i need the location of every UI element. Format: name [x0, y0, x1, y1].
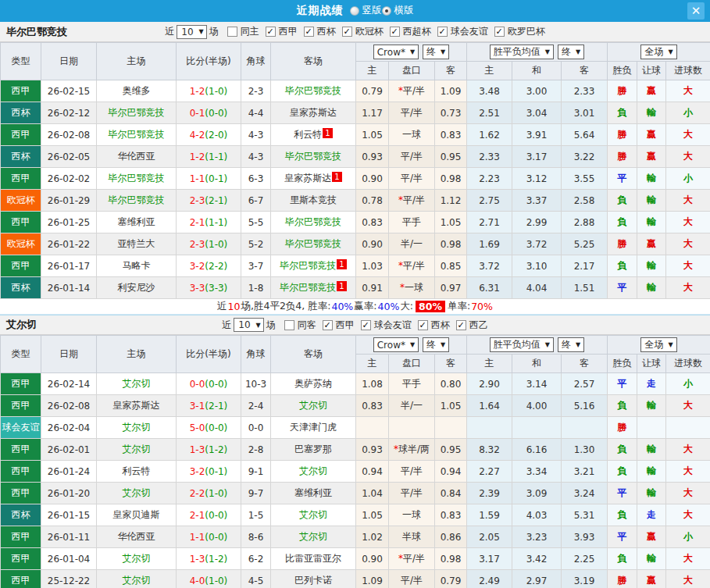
mean-odds-dropdown[interactable]: 胜平负均值▼	[490, 45, 554, 59]
header-odds-sub-1: 盘口	[389, 62, 435, 80]
home-team-name: 艾尔切	[123, 553, 151, 564]
halftime-score: (0-1)	[205, 173, 227, 184]
header-col-away: 客场	[271, 336, 356, 373]
handicap-line	[389, 417, 435, 439]
score: 3-2(2-2)	[177, 255, 241, 277]
result-outcome: 負	[608, 255, 637, 277]
summary-part: 近	[217, 300, 227, 313]
type-badge: 西甲	[1, 168, 41, 190]
league-checkbox-西杯[interactable]: ✓	[418, 320, 428, 330]
dropdown-label: 全场	[644, 338, 663, 351]
result-goals: 大	[666, 233, 710, 255]
handicap-line-text: 一球	[405, 282, 423, 293]
home-team-name: 毕尔巴鄂竞技	[109, 173, 165, 184]
corner-score: 5-5	[241, 212, 271, 233]
layout-radio-group: 竖版横版	[350, 4, 414, 18]
mean-final-dropdown[interactable]: 终▼	[558, 337, 584, 352]
filter-group: 近10▼场同主✓西甲✓西杯✓欧冠杯✓西超杯✓球会友谊✓欧罗巴杯	[165, 25, 544, 39]
away-team: 毕尔巴鄂竞技	[271, 233, 356, 255]
halftime-score: (2-0)	[205, 130, 227, 141]
period-dropdown[interactable]: 全场▼	[640, 45, 676, 59]
home-team: 塞维利亚	[97, 212, 177, 233]
odds-final-dropdown[interactable]: 终▼	[423, 45, 449, 59]
result-goals: 大	[666, 439, 710, 461]
type-badge: 西甲	[1, 395, 41, 417]
handicap-line-text: 平/半	[403, 553, 425, 564]
away-team-name: 艾尔切	[299, 400, 327, 411]
header-odds-sub-2: 客	[435, 62, 467, 80]
away-team-name: 毕尔巴鄂竞技	[285, 216, 341, 227]
home-team: 皇家贝迪斯	[97, 504, 177, 526]
handicap-away-odds: 0.97	[435, 277, 467, 299]
chevron-down-icon: ▼	[668, 341, 673, 348]
league-checkbox-欧罗巴杯[interactable]: ✓	[494, 27, 505, 37]
away-team: 艾尔切	[271, 461, 356, 483]
mean-home-odds: 1.62	[467, 124, 512, 146]
layout-radio-horizontal[interactable]: 横版	[382, 4, 414, 17]
league-label: 西杯	[317, 25, 336, 38]
result-outcome-value: 負	[618, 216, 627, 227]
home-team: 毕尔巴鄂竞技	[97, 168, 177, 190]
odds-company-dropdown[interactable]: Crow*▼	[373, 45, 419, 59]
header-col-corner: 角球	[241, 336, 271, 373]
table-row: 球会友谊26-02-04艾尔切5-0(0-0)0-0天津津门虎勝	[1, 417, 710, 439]
home-team: 艾尔切	[97, 417, 177, 439]
mean-odds-dropdown[interactable]: 胜平负均值▼	[490, 337, 554, 352]
league-checkbox-球会友谊[interactable]: ✓	[361, 320, 371, 330]
mean-away-odds: 5.25	[562, 233, 608, 255]
league-checkbox-欧冠杯[interactable]: ✓	[342, 27, 352, 37]
match-date: 26-02-14	[41, 373, 97, 395]
result-handicap: 贏	[637, 146, 666, 168]
halftime-score: (1-1)	[205, 217, 227, 228]
same-venue-label: 同主	[241, 25, 259, 38]
match-count-select[interactable]: 10▼	[234, 318, 263, 332]
handicap-home-odds: 0.90	[356, 233, 389, 255]
fulltime-score: 1-3	[190, 444, 205, 455]
away-card-badge: 1	[332, 172, 341, 182]
period-dropdown[interactable]: 全场▼	[640, 337, 676, 352]
league-label: 球会友谊	[451, 25, 488, 38]
radio-label: 竖版	[362, 4, 382, 17]
fulltime-score: 3-3	[190, 283, 205, 294]
match-count-select[interactable]: 10▼	[177, 25, 206, 39]
header-result-group: 全场▼	[608, 336, 710, 355]
corner-score: 9-7	[241, 483, 271, 504]
handicap-line-text: 平/半	[401, 487, 423, 498]
away-team-name: 巴塞罗那	[294, 444, 332, 454]
league-checkbox-西甲[interactable]: ✓	[266, 27, 276, 37]
league-checkbox-西乙[interactable]: ✓	[456, 320, 466, 330]
header-odds-group: Crow*▼终▼	[356, 43, 467, 62]
away-team: 巴列卡诺	[271, 570, 356, 588]
score: 1-3(1-2)	[177, 439, 241, 461]
result-handicap: 輸	[637, 190, 666, 212]
same-venue-checkbox[interactable]	[284, 320, 294, 330]
mean-draw-odds: 4.00	[512, 395, 562, 417]
corner-score: 8-6	[241, 526, 271, 548]
home-team-name: 毕尔巴鄂竞技	[109, 194, 165, 205]
handicap-line: 平手	[389, 212, 435, 233]
chevron-down-icon: ▼	[545, 48, 550, 55]
layout-radio-vertical[interactable]: 竖版	[350, 4, 382, 17]
same-venue-checkbox[interactable]	[227, 27, 237, 37]
team-name: 毕尔巴鄂竞技	[6, 25, 67, 39]
chevron-down-icon: ▼	[441, 341, 445, 348]
league-checkbox-西杯[interactable]: ✓	[304, 27, 314, 37]
league-checkbox-西超杯[interactable]: ✓	[390, 27, 400, 37]
odds-company-dropdown[interactable]: Crow*▼	[373, 337, 419, 352]
close-button[interactable]: ✕	[687, 2, 705, 20]
odds-final-dropdown[interactable]: 终▼	[423, 337, 449, 352]
result-goals: 小	[666, 526, 710, 548]
league-checkbox-球会友谊[interactable]: ✓	[437, 27, 448, 37]
corner-score: 4-3	[241, 124, 271, 146]
table-row: 西甲26-01-20艾尔切2-2(1-0)9-7塞维利亚1.04平/半0.842…	[1, 483, 710, 504]
header-col-score: 比分(半场)	[177, 336, 241, 373]
home-team: 亚特兰大	[97, 233, 177, 255]
handicap-line: 平/半	[389, 168, 435, 190]
mean-home-odds: 8.32	[467, 439, 512, 461]
table-row: 西甲25-12-22艾尔切4-0(1-0)4-5巴列卡诺1.09平/半0.792…	[1, 570, 710, 588]
league-checkbox-西甲[interactable]: ✓	[323, 320, 333, 330]
summary-part: 单率:	[448, 300, 470, 313]
fulltime-score: 2-2	[190, 488, 205, 499]
mean-final-dropdown[interactable]: 终▼	[558, 45, 584, 59]
result-handicap-value: 輸	[647, 400, 656, 411]
